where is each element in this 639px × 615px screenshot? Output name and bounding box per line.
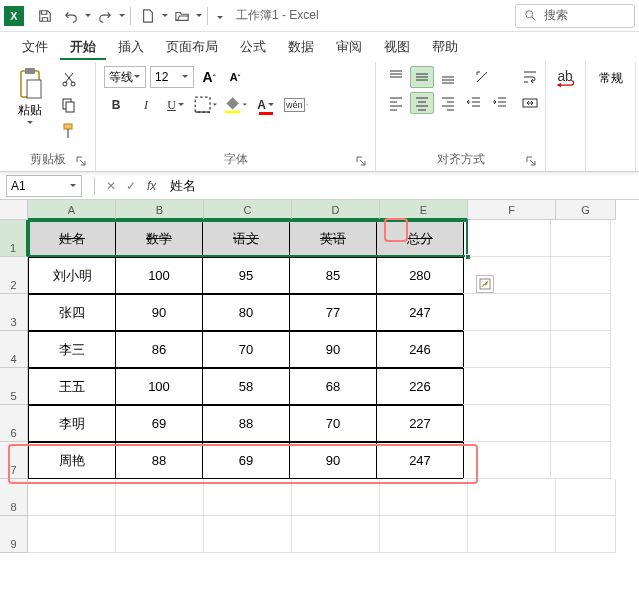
formula-bar-value[interactable]: 姓名 <box>170 177 196 195</box>
enter-formula-button[interactable]: ✓ <box>121 176 141 196</box>
format-painter-button[interactable] <box>58 120 80 142</box>
align-right-button[interactable] <box>436 92 460 114</box>
new-dropdown[interactable] <box>161 12 169 20</box>
cell-A3[interactable]: 张四 <box>28 294 116 331</box>
cell-B5[interactable]: 100 <box>115 368 203 405</box>
save-button[interactable] <box>32 3 58 29</box>
select-all-corner[interactable] <box>0 200 28 220</box>
row-header-2[interactable]: 2 <box>0 257 28 294</box>
cell-D3[interactable]: 77 <box>289 294 377 331</box>
cell-C8[interactable] <box>204 479 292 516</box>
align-left-button[interactable] <box>384 92 408 114</box>
cell-A7[interactable]: 周艳 <box>28 442 116 479</box>
italic-button[interactable]: I <box>134 94 158 116</box>
align-bottom-button[interactable] <box>436 66 460 88</box>
tab-帮助[interactable]: 帮助 <box>422 34 468 60</box>
underline-button[interactable]: U <box>164 94 188 116</box>
search-input[interactable]: 搜索 <box>515 4 635 28</box>
paste-dropdown[interactable] <box>26 119 34 127</box>
paste-label[interactable]: 粘贴 <box>18 102 42 119</box>
cell-C4[interactable]: 70 <box>202 331 290 368</box>
selection-fill-handle[interactable] <box>465 254 471 260</box>
orientation-button[interactable] <box>470 66 494 88</box>
cell-C1[interactable]: 语文 <box>202 220 290 257</box>
merge-button[interactable] <box>518 92 542 114</box>
cell-B6[interactable]: 69 <box>115 405 203 442</box>
col-header-G[interactable]: G <box>556 200 616 220</box>
col-header-A[interactable]: A <box>28 200 116 220</box>
redo-dropdown[interactable] <box>118 12 126 20</box>
quick-analysis-button[interactable] <box>476 275 494 293</box>
border-button[interactable] <box>194 94 218 116</box>
row-header-4[interactable]: 4 <box>0 331 28 368</box>
tab-视图[interactable]: 视图 <box>374 34 420 60</box>
tab-公式[interactable]: 公式 <box>230 34 276 60</box>
cell-D5[interactable]: 68 <box>289 368 377 405</box>
tab-文件[interactable]: 文件 <box>12 34 58 60</box>
redo-button[interactable] <box>92 3 118 29</box>
cut-button[interactable] <box>58 68 80 90</box>
cell-A6[interactable]: 李明 <box>28 405 116 442</box>
col-header-E[interactable]: E <box>380 200 468 220</box>
cell-G7[interactable] <box>551 442 611 479</box>
cell-A8[interactable] <box>28 479 116 516</box>
cell-A9[interactable] <box>28 516 116 553</box>
cell-B8[interactable] <box>116 479 204 516</box>
undo-button[interactable] <box>58 3 84 29</box>
cell-F7[interactable] <box>463 442 551 479</box>
cell-G8[interactable] <box>556 479 616 516</box>
col-header-C[interactable]: C <box>204 200 292 220</box>
copy-button[interactable] <box>58 94 80 116</box>
open-dropdown[interactable] <box>195 12 203 20</box>
row-header-5[interactable]: 5 <box>0 368 28 405</box>
bold-button[interactable]: B <box>104 94 128 116</box>
clipboard-launcher[interactable] <box>75 155 87 167</box>
cell-B9[interactable] <box>116 516 204 553</box>
cell-A2[interactable]: 刘小明 <box>28 257 116 294</box>
open-file-button[interactable] <box>169 3 195 29</box>
row-header-7[interactable]: 7 <box>0 442 28 479</box>
cell-F1[interactable] <box>463 220 551 257</box>
phonetic-button[interactable]: wén <box>284 94 308 116</box>
number-format-label[interactable]: 常规 <box>599 70 623 87</box>
cell-B4[interactable]: 86 <box>115 331 203 368</box>
cell-C6[interactable]: 88 <box>202 405 290 442</box>
cell-B2[interactable]: 100 <box>115 257 203 294</box>
cell-D9[interactable] <box>292 516 380 553</box>
cell-D1[interactable]: 英语 <box>289 220 377 257</box>
qat-customize[interactable] <box>216 12 224 20</box>
cell-F4[interactable] <box>463 331 551 368</box>
row-header-9[interactable]: 9 <box>0 516 28 553</box>
cell-E3[interactable]: 247 <box>376 294 464 331</box>
cell-C7[interactable]: 69 <box>202 442 290 479</box>
cell-A1[interactable]: 姓名 <box>28 220 116 257</box>
cell-B1[interactable]: 数学 <box>115 220 203 257</box>
cell-D6[interactable]: 70 <box>289 405 377 442</box>
undo-dropdown[interactable] <box>84 12 92 20</box>
cell-E9[interactable] <box>380 516 468 553</box>
cell-A5[interactable]: 王五 <box>28 368 116 405</box>
wrap-text-button[interactable] <box>518 66 542 88</box>
new-file-button[interactable] <box>135 3 161 29</box>
cell-F6[interactable] <box>463 405 551 442</box>
decrease-indent-button[interactable] <box>462 92 486 114</box>
cell-G3[interactable] <box>551 294 611 331</box>
row-header-6[interactable]: 6 <box>0 405 28 442</box>
row-header-8[interactable]: 8 <box>0 479 28 516</box>
cell-F3[interactable] <box>463 294 551 331</box>
increase-indent-button[interactable] <box>488 92 512 114</box>
cancel-formula-button[interactable]: ✕ <box>101 176 121 196</box>
cell-C9[interactable] <box>204 516 292 553</box>
tab-审阅[interactable]: 审阅 <box>326 34 372 60</box>
name-box[interactable]: A1 <box>6 175 82 197</box>
cell-E2[interactable]: 280 <box>376 257 464 294</box>
col-header-D[interactable]: D <box>292 200 380 220</box>
decrease-font-button[interactable]: Aˇ <box>224 66 246 88</box>
cell-G4[interactable] <box>551 331 611 368</box>
cell-E5[interactable]: 226 <box>376 368 464 405</box>
cell-F8[interactable] <box>468 479 556 516</box>
font-size-select[interactable]: 12 <box>150 66 194 88</box>
cell-G2[interactable] <box>551 257 611 294</box>
cell-B3[interactable]: 90 <box>115 294 203 331</box>
cell-B7[interactable]: 88 <box>115 442 203 479</box>
